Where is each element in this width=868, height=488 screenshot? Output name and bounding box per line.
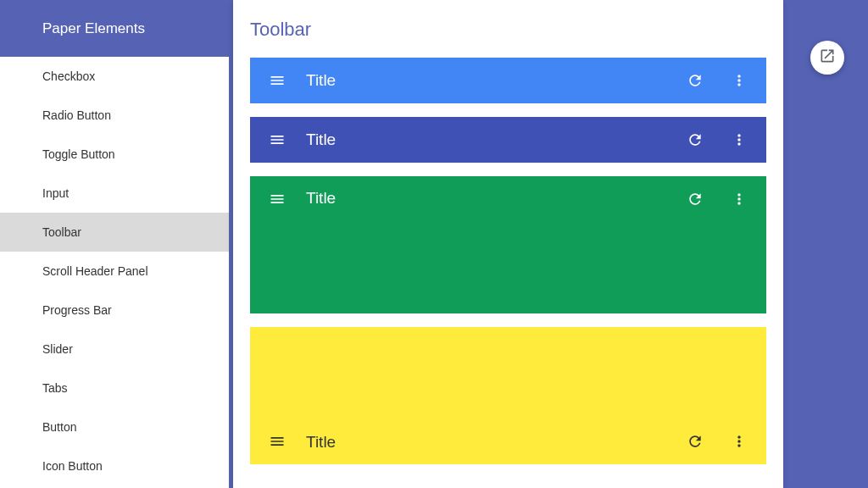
sidebar-item-toggle-button[interactable]: Toggle Button xyxy=(0,135,229,174)
sidebar-item-tabs[interactable]: Tabs xyxy=(0,369,229,408)
toolbar-title: Title xyxy=(306,130,685,149)
menu-icon[interactable] xyxy=(267,70,287,91)
demo-toolbar-yellow: Title xyxy=(250,327,766,464)
demo-toolbar-blue: Title xyxy=(250,58,766,103)
sidebar-item-input[interactable]: Input xyxy=(0,174,229,213)
refresh-icon[interactable] xyxy=(685,431,705,452)
sidebar-item-label: Progress Bar xyxy=(42,303,112,317)
sidebar-item-label: Input xyxy=(42,186,69,200)
sidebar-item-button[interactable]: Button xyxy=(0,408,229,446)
open-external-button[interactable] xyxy=(810,41,844,75)
demo-toolbar-green: Title xyxy=(250,176,766,313)
sidebar-item-label: Radio Button xyxy=(42,108,111,122)
main-panel: Toolbar Title Title xyxy=(233,0,783,488)
menu-icon[interactable] xyxy=(267,189,287,209)
sidebar-item-progress-bar[interactable]: Progress Bar xyxy=(0,291,229,330)
refresh-icon[interactable] xyxy=(685,130,705,150)
more-vert-icon[interactable] xyxy=(729,431,749,452)
menu-icon[interactable] xyxy=(267,130,287,150)
refresh-icon[interactable] xyxy=(685,189,705,209)
main-content: Title Title xyxy=(233,58,783,488)
toolbar-title: Title xyxy=(306,189,685,208)
sidebar-item-toolbar[interactable]: Toolbar xyxy=(0,213,229,252)
demo-toolbar-indigo: Title xyxy=(250,117,766,163)
more-vert-icon[interactable] xyxy=(729,130,749,150)
page-title: Toolbar xyxy=(233,0,783,58)
sidebar-header: Paper Elements xyxy=(0,0,229,57)
toolbar-title: Title xyxy=(306,71,685,90)
more-vert-icon[interactable] xyxy=(729,70,749,91)
menu-icon[interactable] xyxy=(267,431,287,452)
sidebar-item-label: Checkbox xyxy=(42,69,95,83)
sidebar-item-scroll-header-panel[interactable]: Scroll Header Panel xyxy=(0,252,229,291)
sidebar-title: Paper Elements xyxy=(42,20,145,37)
sidebar-item-slider[interactable]: Slider xyxy=(0,330,229,369)
sidebar-item-radio-button[interactable]: Radio Button xyxy=(0,96,229,135)
sidebar-item-label: Toggle Button xyxy=(42,147,115,161)
sidebar-item-label: Icon Button xyxy=(42,459,103,473)
sidebar-item-label: Toolbar xyxy=(42,225,81,239)
sidebar-item-label: Tabs xyxy=(42,381,68,395)
sidebar: Paper Elements Checkbox Radio Button Tog… xyxy=(0,0,229,488)
open-in-new-icon xyxy=(819,47,836,68)
sidebar-item-label: Button xyxy=(42,420,76,434)
toolbar-title: Title xyxy=(306,433,685,452)
more-vert-icon[interactable] xyxy=(729,189,749,209)
sidebar-item-checkbox[interactable]: Checkbox xyxy=(0,57,229,96)
sidebar-list: Checkbox Radio Button Toggle Button Inpu… xyxy=(0,57,229,488)
sidebar-item-label: Slider xyxy=(42,342,73,356)
refresh-icon[interactable] xyxy=(685,70,705,91)
sidebar-item-label: Scroll Header Panel xyxy=(42,264,148,278)
sidebar-item-icon-button[interactable]: Icon Button xyxy=(0,446,229,485)
